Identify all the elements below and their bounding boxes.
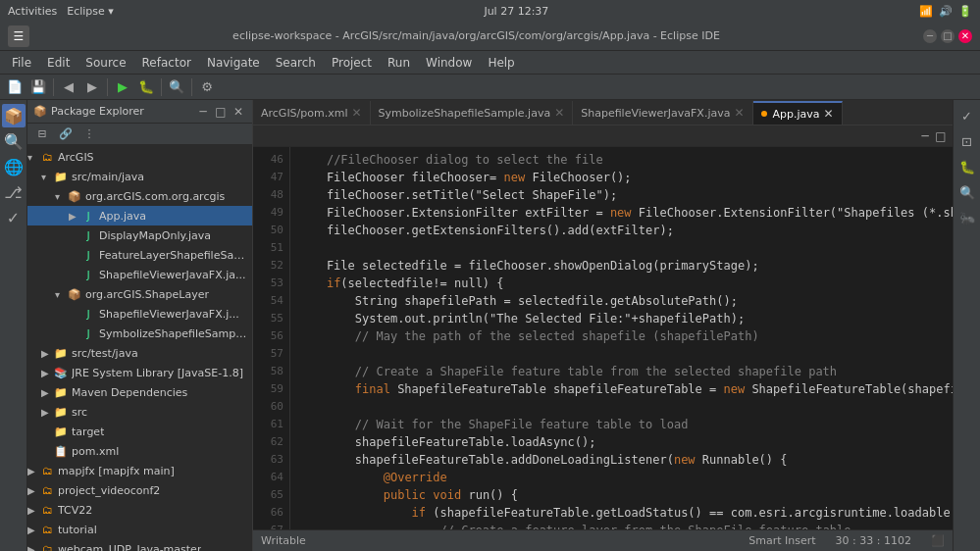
tree-item[interactable]: ▾📦org.arcGIS.com.org.arcgis [27, 186, 252, 206]
tree-arrow: ▶ [41, 368, 53, 378]
right-search-icon[interactable]: 🔍 [955, 180, 979, 204]
menu-item-search[interactable]: Search [268, 54, 324, 72]
back-button[interactable]: ◀ [58, 76, 79, 98]
tree-item[interactable]: ▾📦org.arcGIS.ShapeLayer [27, 284, 252, 304]
maximize-button[interactable]: □ [941, 29, 954, 43]
menu-item-navigate[interactable]: Navigate [199, 54, 268, 72]
code-line: //FileChooser dialog to select the file [298, 151, 945, 169]
package-explorer-icon-small: 📦 [33, 105, 47, 118]
pe-maximize-button[interactable]: □ [213, 104, 229, 120]
menu-item-file[interactable]: File [4, 54, 39, 72]
editor-tab[interactable]: App.java✕ [753, 101, 843, 125]
code-line [298, 239, 945, 257]
editor-tab[interactable]: ShapefileViewerJavaFX.java✕ [573, 101, 752, 125]
line-number: 52 [257, 257, 284, 275]
tree-node-icon: 📁 [53, 424, 69, 439]
tree-item[interactable]: JSymbolizeShapefileSample... [27, 324, 252, 343]
menu-item-help[interactable]: Help [480, 54, 522, 72]
tree-node-icon: 📦 [67, 286, 82, 302]
toolbar-separator-3 [161, 78, 162, 96]
tree-item[interactable]: ▶📁src [27, 402, 252, 422]
tree-node-label: src [72, 406, 87, 419]
toolbar: 📄 💾 ◀ ▶ ▶ 🐛 🔍 ⚙ [0, 75, 980, 100]
code-line: if (shapefileFeatureTable.getLoadStatus(… [298, 504, 945, 522]
package-explorer-title-area: 📦 Package Explorer [33, 105, 144, 118]
run-button[interactable]: ▶ [112, 76, 133, 98]
tree-item[interactable]: ▶🗂mapjfx [mapjfx main] [27, 461, 252, 480]
tree-item[interactable]: ▶🗂TCV22 [27, 500, 252, 520]
package-explorer-icon[interactable]: 📦 [2, 104, 26, 127]
tree-item[interactable]: JFeatureLayerShapefileSam... [27, 245, 252, 265]
preferences-button[interactable]: ⚙ [196, 76, 218, 98]
search-button[interactable]: 🔍 [166, 76, 187, 98]
tree-item[interactable]: 📁target [27, 422, 252, 441]
eclipse-label[interactable]: Eclipse ▾ [67, 5, 114, 18]
minimize-button[interactable]: ─ [923, 29, 937, 43]
tree-item[interactable]: ▶📁src/test/java [27, 343, 252, 363]
tasks-icon[interactable]: ✓ [2, 206, 26, 229]
tree-node-icon: J [80, 227, 96, 243]
pe-link-button[interactable]: 🔗 [55, 124, 77, 145]
right-console-icon[interactable]: ⊡ [955, 129, 979, 153]
tree-arrow: ▶ [27, 466, 39, 476]
pe-close-button[interactable]: ✕ [231, 104, 246, 120]
code-line: shapefileFeatureTable.addDoneLoadingList… [298, 451, 945, 469]
menu-item-run[interactable]: Run [380, 54, 418, 72]
tree-arrow: ▶ [27, 505, 39, 516]
menu-item-window[interactable]: Window [418, 54, 480, 72]
tree-item[interactable]: JShapefileViewerJavaFX.ja... [27, 265, 252, 284]
tree-item[interactable]: ▶🗂webcam_UDP_Java-master [27, 539, 252, 551]
tree-item[interactable]: JShapefileViewerJavaFX.j... [27, 304, 252, 324]
right-tasks-icon[interactable]: ✓ [955, 104, 979, 127]
tree-item[interactable]: 📋pom.xml [27, 441, 252, 461]
tree-item[interactable]: ▾📁src/main/java [27, 167, 252, 186]
line-number: 64 [257, 469, 284, 486]
tab-close-button[interactable]: ✕ [824, 107, 834, 121]
save-button[interactable]: 💾 [27, 76, 49, 98]
code-content[interactable]: //FileChooser dialog to select the file … [290, 147, 953, 529]
forward-button[interactable]: ▶ [81, 76, 103, 98]
package-explorer-toolbar: ⊟ 🔗 ⋮ [27, 124, 252, 145]
editor-tab[interactable]: SymbolizeShapefileSample.java✕ [371, 101, 574, 125]
tree-item[interactable]: JDisplayMapOnly.java [27, 225, 252, 245]
tree-node-label: org.arcGIS.ShapeLayer [85, 288, 209, 301]
search-icon[interactable]: 🔍 [2, 129, 26, 153]
tab-close-button[interactable]: ✕ [734, 106, 744, 120]
editor-minimize-button[interactable]: ─ [917, 128, 933, 144]
tree-item[interactable]: ▶JApp.java [27, 206, 252, 225]
tab-close-button[interactable]: ✕ [554, 106, 564, 120]
tab-close-button[interactable]: ✕ [352, 106, 362, 120]
tree-item[interactable]: ▶📁Maven Dependencies [27, 382, 252, 402]
pe-minimize-button[interactable]: ─ [195, 104, 211, 120]
menu-item-edit[interactable]: Edit [39, 54, 77, 72]
close-button[interactable]: ✕ [958, 29, 972, 43]
tree-item[interactable]: ▶🗂tutorial [27, 520, 252, 539]
right-ant-icon[interactable]: 🐜 [955, 206, 979, 229]
tree-node-label: TCV22 [58, 504, 92, 517]
activities-label[interactable]: Activities [8, 5, 57, 18]
menu-item-project[interactable]: Project [324, 54, 380, 72]
tree-node-label: JRE System Library [JavaSE-1.8] [72, 367, 243, 379]
right-debug-icon[interactable]: 🐛 [955, 155, 979, 178]
tree-item[interactable]: ▶🗂project_videoconf2 [27, 480, 252, 500]
browser-icon[interactable]: 🌐 [2, 155, 26, 178]
editor-tab[interactable]: ArcGIS/pom.xml✕ [253, 101, 371, 125]
git-icon[interactable]: ⎇ [2, 180, 26, 204]
code-line: final ShapefileFeatureTable shapefileFea… [298, 380, 945, 398]
tree-node-label: src/test/java [72, 347, 138, 360]
line-number: 63 [257, 451, 284, 469]
menu-item-source[interactable]: Source [77, 54, 133, 72]
debug-button[interactable]: 🐛 [135, 76, 157, 98]
editor-maximize-button[interactable]: □ [933, 128, 949, 144]
pe-menu-button[interactable]: ⋮ [78, 124, 100, 145]
package-explorer-header-buttons: ─ □ ✕ [195, 104, 246, 120]
code-editor[interactable]: 4647484950515253545556575859606162636465… [253, 147, 953, 529]
tree-item[interactable]: ▶📚JRE System Library [JavaSE-1.8] [27, 363, 252, 382]
new-button[interactable]: 📄 [4, 76, 26, 98]
tree-item[interactable]: ▾🗂ArcGIS [27, 147, 252, 167]
window-controls: ─ □ ✕ [923, 29, 972, 43]
tree-node-label: src/main/java [72, 171, 144, 183]
menu-item-refactor[interactable]: Refactor [134, 54, 199, 72]
tab-label: SymbolizeShapefileSample.java [379, 107, 551, 120]
pe-collapse-button[interactable]: ⊟ [31, 124, 53, 145]
